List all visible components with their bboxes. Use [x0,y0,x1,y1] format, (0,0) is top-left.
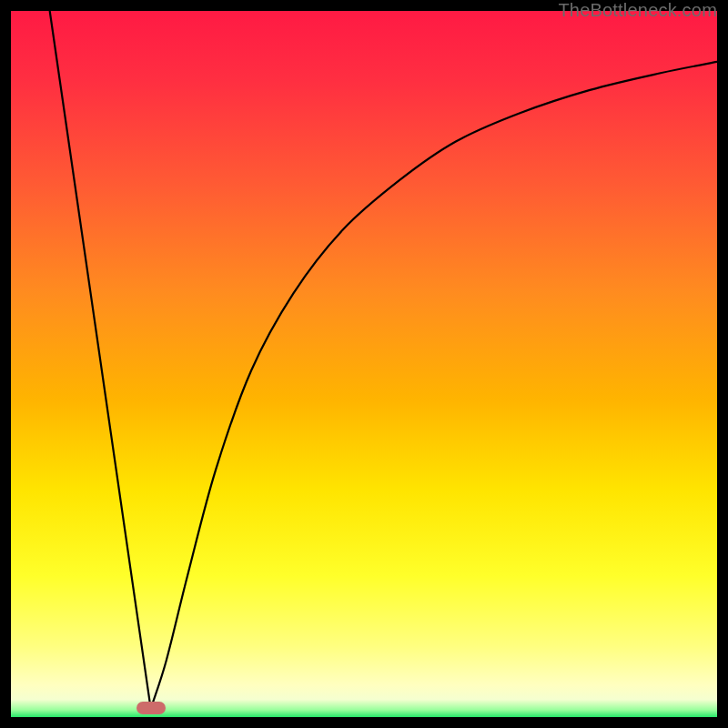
chart-frame: TheBottleneck.com [0,0,728,728]
chart-svg [11,11,717,717]
marker-pill [136,702,166,714]
gradient-background [11,11,717,717]
plot-area [11,11,717,717]
attribution-label: TheBottleneck.com [558,0,717,21]
